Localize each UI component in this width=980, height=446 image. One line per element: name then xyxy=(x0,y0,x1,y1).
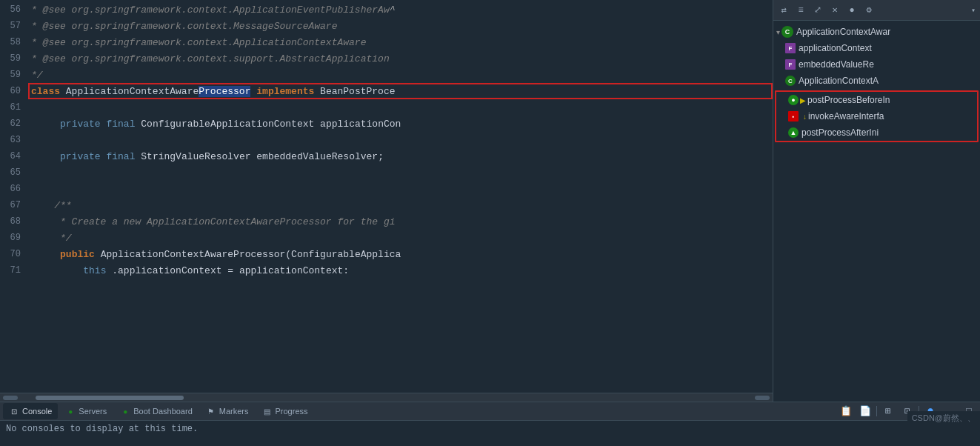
main-area: 56 * @see org.springframework.context.Ap… xyxy=(0,0,980,402)
code-line-69: 69 */ xyxy=(0,230,773,246)
code-scrollbar[interactable] xyxy=(0,393,773,402)
tab-console[interactable]: ⊡ Console xyxy=(3,403,58,419)
list-icon[interactable]: ≡ xyxy=(793,3,808,18)
markers-icon: ⚑ xyxy=(206,406,216,416)
code-line-59: 59 * @see org.springframework.context.su… xyxy=(0,50,773,67)
class-icon: C xyxy=(785,76,796,86)
code-content: 56 * @see org.springframework.context.Ap… xyxy=(0,0,773,393)
separator-1 xyxy=(876,406,877,416)
tab-servers-label: Servers xyxy=(79,407,107,416)
arrow-indicator: ▶ xyxy=(800,96,806,104)
tree-label-root: ApplicationContextAwar xyxy=(796,27,890,37)
code-line-65: 65 xyxy=(0,164,773,181)
method-icon-red: ▪ xyxy=(788,111,799,122)
tree-item-invokeaware[interactable]: ▪ ↓ invokeAwareInterfa xyxy=(776,108,977,124)
code-line-57: 57 * @see org.springframework.context.Me… xyxy=(0,18,773,34)
tab-boot-dashboard-label: Boot Dashboard xyxy=(133,407,193,416)
tree-label-postafter: postProcessAfterIni xyxy=(801,127,879,138)
expand-icon[interactable]: ⤢ xyxy=(810,3,825,18)
bottom-panel: ⊡ Console ● Servers ● Boot Dashboard ⚑ M… xyxy=(0,402,980,446)
tree-label-embedded: embeddedValueRe xyxy=(799,59,874,70)
code-line-61: 61 xyxy=(0,99,773,116)
scroll-left[interactable] xyxy=(3,396,18,400)
dot-icon[interactable]: ● xyxy=(844,3,859,18)
field-icon-2: F xyxy=(785,59,796,70)
code-line-59b: 59 */ xyxy=(0,67,773,83)
action-icon-page[interactable]: 📄 xyxy=(857,403,873,419)
panel-chevron[interactable]: ▾ xyxy=(970,6,977,15)
code-line-67: 67 /** xyxy=(0,197,773,213)
tab-boot-dashboard[interactable]: ● Boot Dashboard xyxy=(114,403,199,419)
code-line-63: 63 xyxy=(0,132,773,148)
tree-item-appcontexta[interactable]: C ApplicationContextA xyxy=(773,73,980,89)
tree-content: ▾ C ApplicationContextAwar F application… xyxy=(773,21,980,402)
tree-label-invokeaware: invokeAwareInterfa xyxy=(808,111,884,122)
line-container: 56 * @see org.springframework.context.Ap… xyxy=(0,0,773,280)
console-text: No consoles to display at this time. xyxy=(6,424,198,434)
scroll-right[interactable] xyxy=(755,396,770,400)
code-line-60: 60 class ApplicationContextAwareProcesso… xyxy=(0,83,773,99)
tab-markers-label: Markers xyxy=(219,407,249,416)
right-toolbar: ⇄ ≡ ⤢ ✕ ● ⚙ ▾ xyxy=(773,0,980,21)
code-line-64: 64 private final StringValueResolver emb… xyxy=(0,148,773,164)
code-line-62: 62 private final ConfigurableApplication… xyxy=(0,116,773,132)
sync-icon[interactable]: ⇄ xyxy=(776,3,791,18)
tree-item-embedded[interactable]: F embeddedValueRe xyxy=(773,56,980,73)
right-panel: ⇄ ≡ ⤢ ✕ ● ⚙ ▾ ▾ C ApplicationContextAwar… xyxy=(773,0,980,402)
tab-console-label: Console xyxy=(22,407,52,416)
tab-progress[interactable]: ▤ Progress xyxy=(256,403,314,419)
tree-item-postprocessbefore[interactable]: ● ▶ postProcessBeforeIn xyxy=(776,92,977,108)
boot-dashboard-icon: ● xyxy=(120,406,130,416)
tree-item-root[interactable]: ▾ C ApplicationContextAwar xyxy=(773,24,980,40)
arrow-cursor: ↓ xyxy=(803,113,807,121)
code-editor: 56 * @see org.springframework.context.Ap… xyxy=(0,0,773,402)
tab-progress-label: Progress xyxy=(276,407,308,416)
tree-label-appcontext: applicationContext xyxy=(799,43,872,53)
code-line-56: 56 * @see org.springframework.context.Ap… xyxy=(0,1,773,18)
scrollbar-thumb[interactable] xyxy=(36,396,184,400)
tab-markers[interactable]: ⚑ Markers xyxy=(200,403,255,419)
code-line-58: 58 * @see org.springframework.context.Ap… xyxy=(0,34,773,50)
field-icon-1: F xyxy=(785,43,796,53)
code-line-68: 68 * Create a new ApplicationContextAwar… xyxy=(0,213,773,230)
tab-servers[interactable]: ● Servers xyxy=(59,403,113,419)
tree-item-postprocessafter[interactable]: ▲ postProcessAfterIni xyxy=(776,124,977,141)
collapse-icon[interactable]: ✕ xyxy=(827,3,842,18)
action-icon-link1[interactable]: ⊞ xyxy=(880,403,896,419)
watermark: CSDN@蔚然、、 xyxy=(907,411,980,425)
servers-icon: ● xyxy=(65,406,76,416)
code-line-71: 71 this .applicationContext = applicatio… xyxy=(0,262,773,279)
tree-label-postbefore: postProcessBeforeIn xyxy=(807,95,890,105)
bottom-tabs: ⊡ Console ● Servers ● Boot Dashboard ⚑ M… xyxy=(0,402,980,421)
action-icon-copy[interactable]: 📋 xyxy=(838,403,854,419)
code-line-66: 66 xyxy=(0,181,773,197)
method-icon-green-1: ● xyxy=(788,95,799,105)
console-content: No consoles to display at this time. xyxy=(0,421,980,446)
method-icon-green-2: ▲ xyxy=(788,127,799,138)
progress-icon: ▤ xyxy=(262,406,273,416)
tree-label-appcontexta: ApplicationContextA xyxy=(799,76,879,86)
settings-icon[interactable]: ⚙ xyxy=(861,3,876,18)
tree-highlight-group: ● ▶ postProcessBeforeIn ▪ ↓ invokeAwareI… xyxy=(775,90,979,142)
console-icon: ⊡ xyxy=(9,406,19,416)
root-icon: C xyxy=(781,26,793,38)
tree-item-appcontext[interactable]: F applicationContext xyxy=(773,40,980,56)
code-line-70: 70 public ApplicationContextAwareProcess… xyxy=(0,246,773,262)
